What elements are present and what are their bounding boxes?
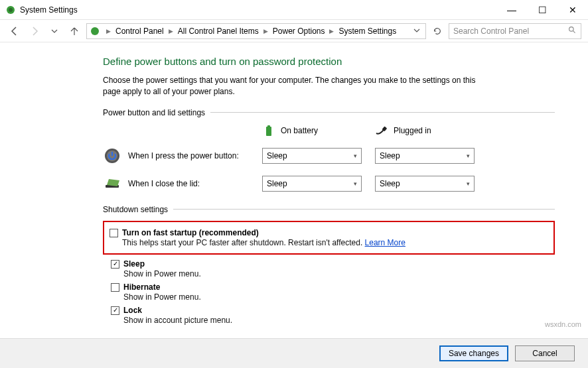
page-heading: Define power buttons and turn on passwor… [103, 56, 555, 67]
window-controls: — ☐ ✕ [496, 0, 588, 20]
footer: Save changes Cancel [0, 338, 588, 368]
section-power-lid: Power button and lid settings [103, 108, 555, 117]
power-button-icon [103, 147, 121, 165]
breadcrumb-icon [90, 26, 100, 36]
search-icon [568, 26, 577, 36]
sleep-option: ✓ Sleep Show in Power menu. [111, 257, 555, 280]
option-title: Hibernate [123, 282, 555, 292]
highlight-box: Turn on fast startup (recommended) This … [103, 221, 555, 255]
hibernate-checkbox[interactable] [111, 283, 119, 292]
option-desc: This helps start your PC faster after sh… [122, 238, 548, 247]
breadcrumb-item[interactable]: All Control Panel Items [177, 27, 260, 36]
option-desc-text: This helps start your PC faster after sh… [122, 238, 365, 247]
watermark: wsxdn.com [545, 320, 581, 328]
lid-battery-select[interactable]: Sleep ▾ [262, 176, 362, 192]
svg-point-1 [9, 8, 13, 12]
main-content: Define power buttons and turn on passwor… [0, 42, 588, 368]
lock-checkbox[interactable]: ✓ [111, 306, 119, 315]
sleep-checkbox[interactable]: ✓ [111, 260, 119, 269]
chevron-down-icon: ▾ [354, 153, 357, 159]
up-button[interactable] [66, 23, 82, 39]
row-lid: When I close the lid: Sleep ▾ Sleep ▾ [103, 174, 555, 193]
power-button-plugged-select[interactable]: Sleep ▾ [375, 148, 475, 164]
section-label-text: Shutdown settings [103, 205, 168, 214]
svg-point-3 [569, 27, 574, 31]
row-text: When I close the lid: [128, 179, 200, 188]
option-desc: Show in Power menu. [123, 292, 555, 302]
row-label: When I close the lid: [103, 174, 262, 193]
minimize-button[interactable]: — [496, 0, 527, 20]
col-label: Plugged in [394, 126, 431, 135]
row-label: When I press the power button: [103, 147, 262, 165]
option-desc: Show in account picture menu. [123, 316, 555, 325]
option-title: Lock [123, 306, 555, 315]
battery-icon [262, 124, 275, 137]
maximize-button[interactable]: ☐ [527, 0, 557, 20]
svg-rect-5 [266, 127, 271, 136]
breadcrumb-item[interactable]: System Settings [337, 27, 398, 36]
chevron-right-icon: ▶ [167, 28, 175, 34]
window-title: System Settings [20, 5, 496, 15]
col-label: On battery [281, 126, 318, 135]
power-button-battery-select[interactable]: Sleep ▾ [262, 148, 362, 164]
forward-button[interactable] [27, 23, 42, 39]
divider [173, 209, 555, 210]
section-label-text: Power button and lid settings [103, 108, 205, 117]
fast-startup-checkbox[interactable] [110, 229, 118, 237]
laptop-lid-icon [103, 174, 121, 193]
select-value: Sleep [380, 179, 400, 188]
lid-plugged-select[interactable]: Sleep ▾ [375, 176, 475, 192]
select-value: Sleep [267, 151, 287, 160]
chevron-right-icon: ▶ [327, 28, 336, 34]
breadcrumb-item[interactable]: Power Options [271, 27, 327, 36]
navbar: ▶ Control Panel ▶ All Control Panel Item… [0, 20, 588, 42]
save-button[interactable]: Save changes [439, 345, 508, 361]
select-value: Sleep [267, 179, 287, 188]
cancel-button[interactable]: Cancel [515, 345, 575, 361]
search-input[interactable]: Search Control Panel [449, 23, 581, 39]
refresh-button[interactable] [430, 24, 445, 38]
option-desc: Show in Power menu. [123, 269, 555, 278]
chevron-right-icon: ▶ [104, 28, 113, 34]
page-description: Choose the power settings that you want … [103, 75, 488, 97]
hibernate-option: Hibernate Show in Power menu. [111, 280, 555, 304]
chevron-right-icon: ▶ [261, 28, 270, 34]
column-headers: On battery Plugged in [103, 124, 555, 137]
row-power-button: When I press the power button: Sleep ▾ S… [103, 147, 555, 165]
select-value: Sleep [380, 151, 400, 160]
titlebar: System Settings — ☐ ✕ [0, 0, 588, 20]
svg-rect-6 [267, 125, 270, 127]
svg-line-4 [573, 31, 575, 32]
breadcrumb[interactable]: ▶ Control Panel ▶ All Control Panel Item… [86, 23, 426, 39]
option-title: Turn on fast startup (recommended) [122, 228, 548, 237]
recent-dropdown[interactable] [46, 23, 62, 39]
option-title: Sleep [123, 259, 555, 269]
chevron-down-icon: ▾ [354, 180, 357, 187]
row-text: When I press the power button: [128, 151, 239, 160]
fast-startup-option: Turn on fast startup (recommended) This … [110, 226, 548, 249]
learn-more-link[interactable]: Learn More [365, 238, 405, 247]
divider [210, 112, 555, 113]
breadcrumb-item[interactable]: Control Panel [114, 27, 165, 36]
lock-option: ✓ Lock Show in account picture menu. [111, 304, 555, 327]
chevron-down-icon: ▾ [467, 153, 470, 159]
col-plugged-in: Plugged in [375, 124, 488, 137]
section-shutdown: Shutdown settings [103, 205, 555, 214]
svg-point-2 [91, 27, 99, 35]
chevron-down-icon[interactable] [411, 27, 423, 36]
back-button[interactable] [7, 23, 23, 39]
close-button[interactable]: ✕ [557, 0, 588, 20]
chevron-down-icon: ▾ [467, 180, 470, 187]
app-icon [5, 5, 16, 15]
plug-icon [375, 124, 388, 137]
search-placeholder: Search Control Panel [453, 27, 529, 36]
col-on-battery: On battery [262, 124, 375, 137]
